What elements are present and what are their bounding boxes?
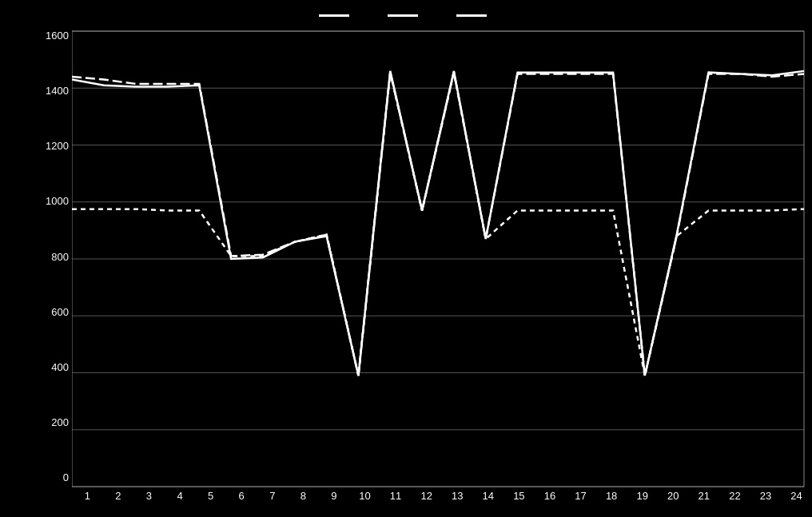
x-tick-16: 16 [535, 490, 566, 506]
y-tick-600: 600 [42, 306, 69, 318]
plot-and-x: 123456789101112131415161718192021222324 [72, 23, 812, 512]
legend-item-jan2012 [319, 14, 356, 17]
y-tick-200: 200 [42, 416, 69, 428]
y-tick-1000: 1000 [42, 195, 69, 207]
x-axis-label [72, 506, 812, 512]
x-tick-23: 23 [750, 490, 782, 506]
chart-area: 0 200 400 600 800 1000 1200 1400 1600 12… [0, 23, 812, 517]
x-axis-ticks: 123456789101112131415161718192021222324 [72, 488, 812, 506]
x-tick-21: 21 [689, 490, 720, 506]
svg-wrapper [72, 23, 812, 488]
x-tick-11: 11 [380, 490, 412, 506]
legend [319, 0, 493, 23]
y-tick-1400: 1400 [42, 85, 69, 97]
y-tick-0: 0 [42, 471, 69, 483]
x-tick-15: 15 [504, 490, 535, 506]
x-tick-17: 17 [565, 490, 596, 506]
y-axis-ticks: 0 200 400 600 800 1000 1200 1400 1600 [42, 23, 72, 512]
legend-line-jan2012 [319, 14, 349, 17]
y-tick-400: 400 [42, 361, 69, 373]
x-tick-7: 7 [257, 490, 288, 506]
legend-item-nov2011 [456, 14, 493, 17]
x-tick-19: 19 [627, 490, 658, 506]
y-tick-1200: 1200 [42, 140, 69, 152]
legend-item-jan2011 [388, 14, 424, 17]
legend-line-jan2011 [388, 14, 418, 17]
x-tick-1: 1 [72, 490, 103, 506]
y-tick-1600: 1600 [42, 30, 69, 42]
x-tick-13: 13 [442, 490, 473, 506]
x-tick-6: 6 [226, 490, 257, 506]
legend-line-nov2011 [456, 14, 487, 17]
x-tick-3: 3 [133, 490, 165, 506]
plot-svg [72, 23, 812, 488]
x-tick-24: 24 [781, 490, 812, 506]
x-tick-9: 9 [319, 490, 350, 506]
x-tick-18: 18 [596, 490, 627, 506]
x-tick-14: 14 [473, 490, 504, 506]
x-tick-2: 2 [103, 490, 134, 506]
chart-container: 0 200 400 600 800 1000 1200 1400 1600 12… [0, 0, 812, 517]
x-tick-4: 4 [165, 490, 196, 506]
x-tick-8: 8 [288, 490, 319, 506]
x-tick-20: 20 [658, 490, 689, 506]
x-tick-5: 5 [195, 490, 226, 506]
y-axis-label [0, 23, 42, 512]
x-tick-10: 10 [349, 490, 380, 506]
x-tick-12: 12 [411, 490, 442, 506]
x-tick-22: 22 [719, 490, 750, 506]
y-tick-800: 800 [42, 251, 69, 263]
